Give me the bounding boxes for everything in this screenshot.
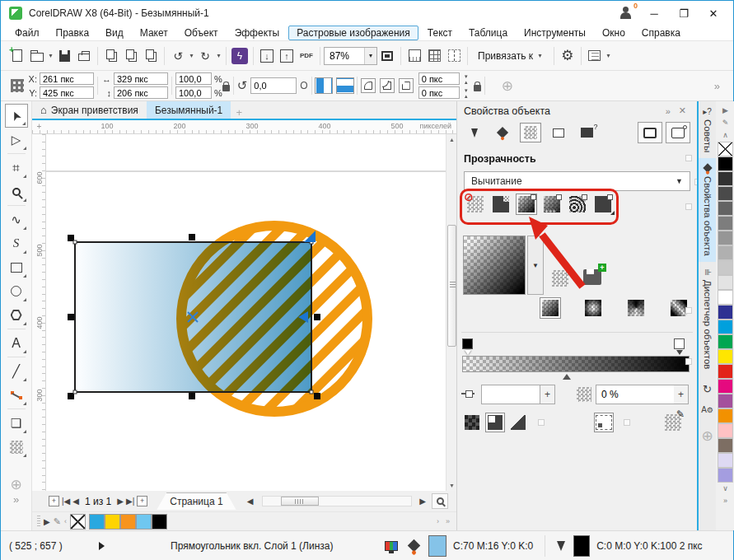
add-page-after-button[interactable]: + — [137, 496, 147, 506]
color-swatch[interactable] — [718, 379, 733, 394]
color-swatch[interactable] — [718, 320, 733, 334]
tab-hints[interactable]: ▸? Советы — [699, 101, 716, 158]
connector-tool[interactable] — [5, 383, 28, 407]
color-proof-icon[interactable] — [385, 541, 398, 551]
polygon-tool[interactable] — [5, 303, 28, 327]
artistic-media-tool[interactable]: S — [5, 231, 28, 255]
node-position-stepper[interactable]: + — [540, 385, 555, 404]
node-opacity-field[interactable] — [596, 385, 686, 404]
crop-tool[interactable]: ⌗ — [5, 156, 28, 180]
corner-radius-2-field[interactable] — [418, 86, 460, 99]
docker-close-icon[interactable]: ✕ — [675, 105, 690, 116]
color-swatch[interactable] — [718, 171, 733, 186]
save-button[interactable] — [54, 46, 74, 66]
maximize-button[interactable]: ❐ — [672, 4, 695, 22]
account-icon[interactable]: 0 — [616, 5, 636, 21]
minimize-button[interactable]: ─ — [643, 4, 666, 22]
tab-summary[interactable]: ? — [576, 123, 597, 142]
scale-lock-icon[interactable] — [222, 85, 230, 91]
panel-button[interactable] — [585, 46, 605, 66]
color-swatch[interactable] — [718, 438, 733, 453]
vertical-scrollbar[interactable]: ▲ ▼ — [446, 134, 456, 491]
color-swatch[interactable] — [718, 290, 733, 305]
propbar-overflow-chevron[interactable]: » — [714, 80, 720, 92]
copy-button[interactable] — [121, 46, 141, 66]
horizontal-scroll-thumb[interactable] — [281, 497, 319, 506]
scalloped-corner-button[interactable] — [380, 78, 395, 93]
text-settings-icon[interactable]: A⚙ — [701, 405, 713, 414]
tab-untitled-document[interactable]: Безымянный-1 — [147, 101, 231, 119]
undo-dropdown[interactable]: ▾ — [188, 52, 195, 59]
gradient-slider-bar[interactable] — [462, 356, 690, 372]
color-swatch[interactable] — [718, 364, 733, 379]
scale-x-field[interactable] — [175, 72, 212, 85]
previous-page-button[interactable]: ◀ — [72, 497, 79, 506]
import-button[interactable]: ↓ — [257, 46, 277, 66]
color-swatch[interactable] — [718, 305, 733, 320]
menu-item[interactable]: Справка — [634, 26, 688, 40]
palette-pencil-icon[interactable]: ✎ — [54, 516, 61, 527]
zoom-dropdown[interactable]: ▾ — [364, 48, 376, 64]
ellipse-tool[interactable] — [5, 279, 28, 303]
print-button[interactable] — [74, 46, 94, 66]
drawing-canvas[interactable] — [46, 134, 446, 491]
tab-object-properties[interactable]: Свойства объекта — [699, 158, 716, 262]
color-swatch[interactable] — [718, 468, 733, 483]
transparency-tool[interactable] — [5, 435, 28, 459]
object-height-field[interactable] — [114, 86, 168, 99]
last-page-button[interactable]: ▶| — [126, 497, 134, 506]
doc-color-swatch[interactable] — [89, 514, 105, 530]
tab-fill[interactable] — [492, 123, 513, 142]
new-tab-button[interactable]: + — [231, 106, 247, 119]
gradient-midpoint-handle[interactable] — [563, 374, 571, 380]
target-outline-button[interactable] — [508, 413, 528, 432]
texture-transparency-button[interactable] — [567, 194, 588, 215]
color-swatch[interactable] — [718, 275, 733, 290]
open-dropdown[interactable]: ▾ — [47, 52, 54, 59]
doc-color-swatch[interactable] — [120, 514, 136, 530]
palette-scroll-left[interactable]: ‹ — [64, 517, 67, 525]
tab-frame[interactable] — [548, 123, 569, 142]
color-swatch[interactable] — [718, 186, 733, 201]
uniform-transparency-button[interactable] — [490, 194, 512, 215]
palette-edit-icon[interactable]: ✎ — [722, 117, 729, 129]
cut-button[interactable] — [101, 46, 121, 66]
color-swatch[interactable] — [718, 349, 733, 364]
palette-grip[interactable] — [37, 516, 40, 527]
palette-flyout-icon[interactable]: ▶ — [722, 105, 728, 117]
zoom-tool[interactable] — [5, 180, 28, 203]
palette-expand[interactable]: » — [723, 495, 727, 507]
tab-outline[interactable] — [464, 123, 485, 142]
color-swatch[interactable] — [718, 423, 733, 438]
color-swatch[interactable] — [718, 231, 733, 245]
gradient-stop-start[interactable] — [462, 338, 473, 349]
menu-item[interactable]: Файл — [7, 26, 47, 40]
horizontal-scrollbar[interactable] — [262, 496, 412, 506]
zoom-fit-button[interactable] — [432, 493, 448, 509]
add-page-before-button[interactable]: + — [49, 496, 59, 506]
pattern-transparency-button[interactable] — [541, 194, 563, 215]
next-page-button[interactable]: ▶ — [117, 497, 124, 506]
color-swatch[interactable] — [718, 334, 733, 349]
mirror-horizontal-button[interactable] — [316, 78, 332, 93]
gradient-picker-dropdown[interactable]: ▼ — [527, 236, 544, 295]
corner-radius-1-field[interactable] — [418, 72, 460, 85]
pick-tool[interactable]: ➤ — [5, 104, 28, 128]
tab-transparency[interactable] — [520, 123, 541, 142]
elliptical-fountain-button[interactable] — [582, 297, 604, 319]
panel-dropdown[interactable]: ▾ — [605, 52, 612, 59]
publish-pdf-button[interactable]: PDF — [297, 46, 316, 66]
doc-swatch-none[interactable] — [70, 514, 86, 530]
vertical-scroll-thumb[interactable] — [447, 225, 456, 347]
chamfered-corner-button[interactable] — [399, 78, 414, 93]
free-scale-skew-button[interactable] — [594, 413, 614, 432]
doc-color-swatch[interactable] — [152, 514, 167, 530]
menu-item[interactable]: Окно — [595, 26, 633, 40]
freehand-tool[interactable]: ∿ — [5, 208, 28, 231]
hscroll-right-button[interactable]: ▶ — [419, 497, 426, 506]
frame-preview-button[interactable] — [666, 122, 690, 143]
app-launcher-button[interactable]: ϟ — [230, 46, 250, 66]
bitmap-transparency-button[interactable] — [592, 194, 614, 215]
color-swatch[interactable] — [718, 156, 733, 171]
target-fill-outline-button[interactable] — [462, 413, 482, 432]
